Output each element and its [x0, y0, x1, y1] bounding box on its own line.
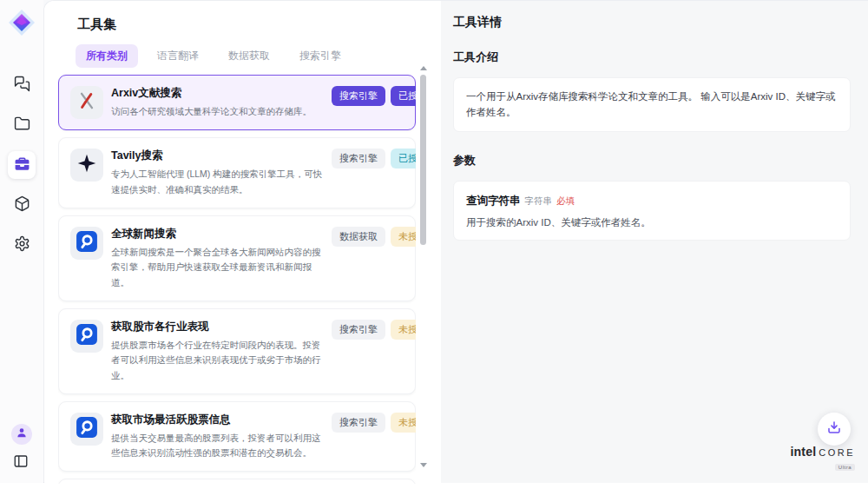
news-search-logo-icon	[76, 323, 98, 349]
nav-settings[interactable]	[8, 231, 36, 259]
tool-name: Arxiv文献搜索	[111, 86, 324, 101]
tool-card[interactable]: 万维地区新闻查询 查询具体行政区划内的新闻，快速了解各地新闻动 搜索引擎 未授权	[58, 479, 416, 484]
tool-badges: 数据获取 未授权	[332, 227, 416, 290]
tool-description: 提供股票市场各个行业在特定时间段内的表现。投资者可以利用这些信息来识别表现优于或…	[111, 338, 324, 383]
category-tab[interactable]: 所有类别	[76, 44, 138, 68]
tool-icon-box	[70, 320, 103, 353]
tool-card[interactable]: Tavily搜索 专为人工智能代理 (LLM) 构建的搜索引擎工具，可快速提供实…	[58, 137, 416, 208]
tool-description: 专为人工智能代理 (LLM) 构建的搜索引擎工具，可快速提供实时、准确和真实的结…	[111, 167, 324, 197]
panel-left-icon	[13, 457, 29, 472]
app-logo-icon[interactable]	[6, 7, 37, 38]
user-icon	[16, 426, 28, 442]
tool-badges: 搜索引擎 已授权	[332, 86, 416, 119]
toolbox-icon	[14, 155, 30, 175]
param-type: 字符串	[525, 195, 553, 206]
intro-card: 一个用于从Arxiv存储库搜索科学论文和文章的工具。 输入可以是Arxiv ID…	[453, 77, 851, 132]
category-tab[interactable]: 数据获取	[218, 44, 280, 68]
tool-list: Arxiv文献搜索 访问各个研究领域大量科学论文和文章的存储库。 搜索引擎 已授…	[58, 75, 416, 484]
nav-toolbox[interactable]	[8, 151, 36, 179]
tool-description: 访问各个研究领域大量科学论文和文章的存储库。	[111, 104, 324, 119]
category-tab[interactable]: 搜索引擎	[289, 44, 352, 68]
left-rail	[0, 0, 43, 483]
tool-card-main: 获取股市各行业表现 提供股票市场各个行业在特定时间段内的表现。投资者可以利用这些…	[111, 320, 324, 383]
auth-status-badge: 已授权	[391, 86, 416, 106]
tool-card[interactable]: 获取市场最活跃股票信息 提供当天交易量最高的股票列表，投资者可以利用这些信息来识…	[58, 401, 416, 472]
arxiv-logo-icon	[76, 89, 98, 116]
auth-status-badge: 未授权	[391, 413, 416, 433]
category-tabs: 所有类别 语言翻译 数据获取 搜索引擎	[76, 44, 352, 68]
tool-badges: 搜索引擎 已授权	[332, 149, 416, 197]
tool-card-main: 全球新闻搜索 全球新闻搜索是一个聚合全球各大新闻网站内容的搜索引擎，帮助用户快速…	[111, 227, 324, 290]
gear-icon	[14, 235, 30, 255]
tavily-logo-icon	[76, 152, 98, 178]
nav-models[interactable]	[8, 191, 36, 219]
param-desc: 用于搜索的Arxiv ID、关键字或作者姓名。	[466, 216, 838, 229]
category-badge: 数据获取	[332, 227, 385, 247]
tool-icon-box	[70, 149, 103, 182]
user-avatar[interactable]	[11, 424, 32, 445]
intel-core-logo: intel CORE Ultra	[790, 446, 855, 472]
toolset-title: 工具集	[77, 17, 116, 33]
rail-bottom	[0, 424, 43, 471]
category-badge: 搜索引擎	[332, 320, 385, 340]
core-tier-badge: Ultra	[835, 464, 855, 471]
intel-wordmark: intel	[790, 446, 816, 458]
nav-chat[interactable]	[8, 71, 36, 99]
core-wordmark: CORE	[819, 448, 855, 458]
download-button[interactable]	[818, 413, 851, 446]
param-required-badge: 必填	[556, 195, 575, 206]
tool-badges: 搜索引擎 未授权	[332, 320, 416, 383]
scroll-down-arrow[interactable]	[420, 463, 427, 467]
rail-nav	[0, 71, 43, 259]
auth-status-badge: 已授权	[391, 149, 416, 169]
tool-name: 获取股市各行业表现	[111, 320, 324, 334]
tool-card-main: Tavily搜索 专为人工智能代理 (LLM) 构建的搜索引擎工具，可快速提供实…	[111, 149, 324, 197]
tool-icon-box	[70, 86, 103, 119]
scrollbar-thumb[interactable]	[420, 75, 426, 245]
tool-details-panel: 工具详情 工具介绍 一个用于从Arxiv存储库搜索科学论文和文章的工具。 输入可…	[441, 1, 868, 483]
params-heading: 参数	[453, 153, 851, 169]
tool-name: 获取市场最活跃股票信息	[111, 413, 324, 427]
tool-card[interactable]: 全球新闻搜索 全球新闻搜索是一个聚合全球各大新闻网站内容的搜索引擎，帮助用户快速…	[58, 215, 416, 301]
tool-icon-box	[70, 413, 103, 446]
tool-card-main: Arxiv文献搜索 访问各个研究领域大量科学论文和文章的存储库。	[111, 86, 324, 119]
details-title: 工具详情	[453, 15, 851, 30]
cube-icon	[14, 195, 30, 215]
intro-text: 一个用于从Arxiv存储库搜索科学论文和文章的工具。 输入可以是Arxiv ID…	[466, 89, 838, 121]
auth-status-badge: 未授权	[391, 320, 416, 340]
category-badge: 搜索引擎	[332, 86, 385, 106]
category-badge: 搜索引擎	[332, 149, 385, 169]
param-header: 查询字符串字符串必填	[466, 192, 838, 208]
category-badge: 搜索引擎	[332, 413, 385, 433]
app-window: 工具集 所有类别 语言翻译 数据获取 搜索引擎 Arxiv文献搜索 访问各个研究…	[0, 0, 868, 483]
list-scrollbar[interactable]	[419, 66, 427, 476]
param-card: 查询字符串字符串必填 用于搜索的Arxiv ID、关键字或作者姓名。	[453, 181, 851, 241]
tool-description: 提供当天交易量最高的股票列表，投资者可以利用这些信息来识别流动性强的股票和潜在的…	[111, 431, 324, 461]
tool-badges: 搜索引擎 未授权	[332, 413, 416, 461]
param-name: 查询字符串	[466, 195, 521, 207]
scroll-up-arrow[interactable]	[420, 66, 427, 70]
tool-icon-box	[70, 227, 103, 260]
news-search-logo-icon	[76, 416, 98, 442]
news-search-logo-icon	[76, 230, 98, 256]
collapse-sidebar-button[interactable]	[13, 453, 30, 471]
download-icon	[826, 420, 842, 439]
tool-description: 全球新闻搜索是一个聚合全球各大新闻网站内容的搜索引擎，帮助用户快速获取全球最新资…	[111, 245, 324, 290]
tool-name: Tavily搜索	[111, 149, 324, 163]
folder-icon	[14, 116, 30, 135]
nav-files[interactable]	[8, 111, 36, 139]
content-window: 工具集 所有类别 语言翻译 数据获取 搜索引擎 Arxiv文献搜索 访问各个研究…	[43, 0, 868, 482]
tool-card[interactable]: Arxiv文献搜索 访问各个研究领域大量科学论文和文章的存储库。 搜索引擎 已授…	[58, 75, 416, 130]
auth-status-badge: 未授权	[391, 227, 416, 247]
category-tab[interactable]: 语言翻译	[147, 44, 209, 68]
tool-name: 全球新闻搜索	[111, 227, 324, 241]
tool-card[interactable]: 获取股市各行业表现 提供股票市场各个行业在特定时间段内的表现。投资者可以利用这些…	[58, 308, 416, 394]
chat-icon	[14, 76, 30, 96]
intro-heading: 工具介绍	[453, 50, 851, 65]
toolset-panel: 工具集 所有类别 语言翻译 数据获取 搜索引擎 Arxiv文献搜索 访问各个研究…	[44, 1, 441, 483]
tool-card-main: 获取市场最活跃股票信息 提供当天交易量最高的股票列表，投资者可以利用这些信息来识…	[111, 413, 324, 461]
